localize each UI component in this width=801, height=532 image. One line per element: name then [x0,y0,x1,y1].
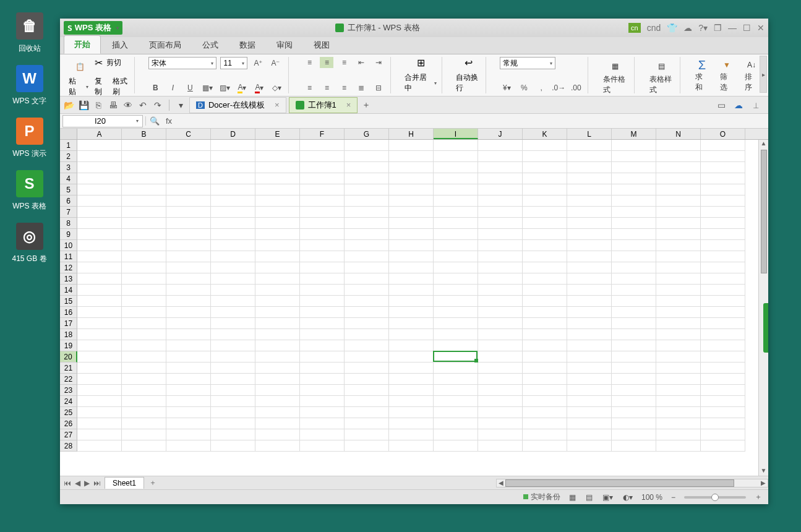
cell[interactable] [77,140,122,151]
cell[interactable] [567,173,612,184]
cell[interactable] [612,273,656,285]
cell[interactable] [345,251,389,262]
column-header[interactable]: O [701,129,745,139]
tab-insert[interactable]: 插入 [102,36,138,54]
cell[interactable] [656,162,701,173]
cell[interactable] [122,262,166,273]
cell[interactable] [345,207,389,218]
cell[interactable] [389,407,434,418]
row-header[interactable]: 9 [60,229,77,240]
row-header[interactable]: 6 [60,195,77,207]
cell[interactable] [478,207,523,218]
cell[interactable] [211,407,255,418]
cell[interactable] [77,207,122,218]
row-header[interactable]: 17 [60,318,77,329]
row-header[interactable]: 5 [60,184,77,195]
cell[interactable] [122,418,166,429]
cell[interactable] [345,374,389,385]
cell[interactable] [166,340,211,351]
name-box[interactable]: I20▾ [62,115,143,127]
cell[interactable] [701,162,745,173]
comma-button[interactable]: , [534,82,548,93]
cell[interactable] [166,151,211,162]
cell[interactable] [478,396,523,407]
view-normal-button[interactable]: ▦ [568,493,577,502]
cell[interactable] [434,262,478,273]
paste-label[interactable]: 粘贴 [69,76,80,97]
cell[interactable] [300,285,345,296]
cell[interactable] [211,151,255,162]
cell[interactable] [166,240,211,251]
cell[interactable] [345,329,389,340]
maximize-button[interactable]: ☐ [743,23,751,33]
cell[interactable] [701,340,745,351]
cell[interactable] [523,162,567,173]
cell[interactable] [434,307,478,318]
cell[interactable] [523,318,567,329]
cell[interactable] [389,151,434,162]
cell[interactable] [345,173,389,184]
column-header[interactable]: K [523,129,567,139]
cell[interactable] [211,262,255,273]
cell[interactable] [478,240,523,251]
cell[interactable] [122,296,166,307]
cell[interactable] [166,440,211,452]
cell[interactable] [77,307,122,318]
cell[interactable] [389,273,434,285]
cell[interactable] [389,318,434,329]
cell[interactable] [612,396,656,407]
cell[interactable] [612,229,656,240]
cell[interactable] [478,385,523,396]
cell[interactable] [77,151,122,162]
cell[interactable] [255,329,300,340]
cell[interactable] [211,251,255,262]
cell[interactable] [389,262,434,273]
cell[interactable] [300,195,345,207]
cell[interactable] [345,307,389,318]
cell[interactable] [300,251,345,262]
desktop-disk-volume[interactable]: ◎ 415 GB 卷 [9,223,49,264]
cell[interactable] [255,429,300,440]
formula-input[interactable] [178,116,768,126]
row-header[interactable]: 25 [60,407,77,418]
cell[interactable] [255,318,300,329]
select-all-corner[interactable] [60,129,77,139]
cell[interactable] [478,351,523,363]
cell[interactable] [523,207,567,218]
cell[interactable] [523,374,567,385]
cell[interactable] [612,363,656,374]
cell[interactable] [255,184,300,195]
cell[interactable] [523,262,567,273]
cell[interactable] [434,407,478,418]
cell[interactable] [345,262,389,273]
number-format-combo[interactable]: 常规▾ [500,57,555,69]
row-header[interactable]: 19 [60,340,77,351]
cell[interactable] [345,418,389,429]
cell[interactable] [656,296,701,307]
cell[interactable] [122,140,166,151]
cell[interactable] [567,374,612,385]
cell[interactable] [701,262,745,273]
italic-button[interactable]: I [166,82,179,93]
cell[interactable] [166,207,211,218]
cell[interactable] [300,218,345,229]
cell[interactable] [77,218,122,229]
cell[interactable] [345,340,389,351]
cell[interactable] [122,385,166,396]
save-button[interactable]: 💾 [77,99,90,111]
cell[interactable] [211,396,255,407]
cell[interactable] [567,351,612,363]
cell[interactable] [567,363,612,374]
cell[interactable] [211,385,255,396]
cell[interactable] [211,351,255,363]
row-header[interactable]: 11 [60,251,77,262]
cell[interactable] [434,151,478,162]
cell[interactable] [166,429,211,440]
cell[interactable] [701,184,745,195]
align-center-button[interactable]: ≡ [320,82,333,93]
cell[interactable] [701,318,745,329]
cell[interactable] [701,207,745,218]
cell[interactable] [300,140,345,151]
cell[interactable] [701,195,745,207]
cell[interactable] [523,407,567,418]
